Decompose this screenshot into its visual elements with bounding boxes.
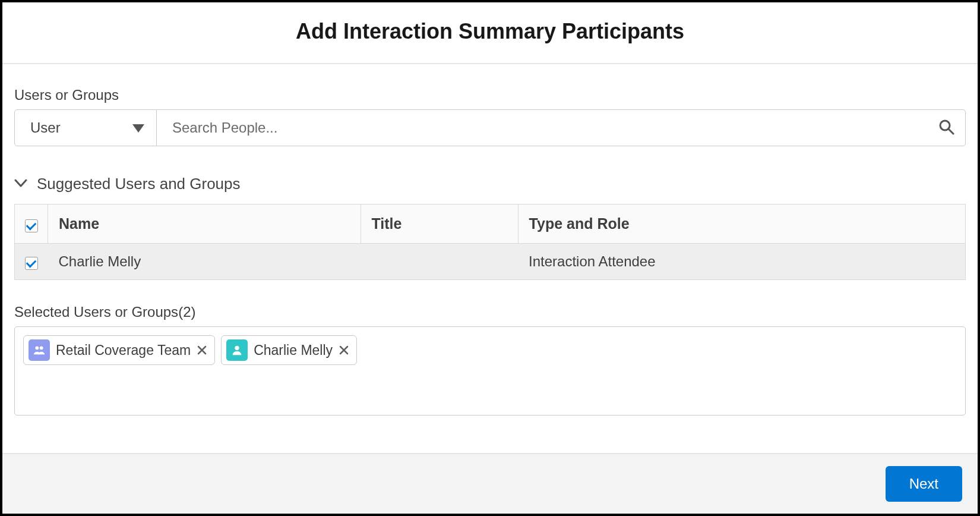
svg-point-4 <box>40 346 43 350</box>
row-type-role: Interaction Attendee <box>518 244 965 280</box>
users-or-groups-label: Users or Groups <box>14 87 966 103</box>
suggested-section-header: Suggested Users and Groups <box>14 175 966 193</box>
svg-point-3 <box>35 346 39 350</box>
search-icon <box>938 118 954 137</box>
modal-body: Users or Groups User Suggested Users and… <box>2 64 978 453</box>
selected-count: 2 <box>183 304 191 320</box>
modal-footer: Next <box>2 453 978 514</box>
col-name: Name <box>48 204 361 244</box>
select-all-header <box>15 204 48 244</box>
pill-label: Retail Coverage Team <box>56 342 191 358</box>
next-button[interactable]: Next <box>886 466 962 502</box>
selected-pill-container[interactable]: Retail Coverage Team Charlie Melly <box>14 326 966 416</box>
row-title <box>361 244 518 280</box>
svg-line-2 <box>949 129 953 134</box>
remove-pill-button[interactable] <box>339 345 349 355</box>
col-type-role: Type and Role <box>518 204 965 244</box>
suggested-section-title: Suggested Users and Groups <box>37 175 241 193</box>
selected-pill-user: Charlie Melly <box>221 335 357 365</box>
chevron-down-icon <box>132 119 144 136</box>
row-checkbox[interactable] <box>25 257 38 270</box>
selected-pill-group: Retail Coverage Team <box>23 335 215 365</box>
entity-type-value: User <box>30 119 61 136</box>
svg-marker-0 <box>132 124 144 133</box>
table-row[interactable]: Charlie Melly Interaction Attendee <box>15 244 966 280</box>
remove-pill-button[interactable] <box>197 345 207 355</box>
modal-header: Add Interaction Summary Participants <box>2 2 978 64</box>
col-title: Title <box>361 204 518 244</box>
collapse-icon[interactable] <box>14 179 27 190</box>
svg-point-7 <box>235 346 239 350</box>
page-title: Add Interaction Summary Participants <box>2 19 978 44</box>
search-input[interactable] <box>172 119 938 136</box>
entity-type-select[interactable]: User <box>14 109 157 146</box>
selected-label: Selected Users or Groups(2) <box>14 304 966 320</box>
group-icon <box>29 339 50 361</box>
pill-label: Charlie Melly <box>254 342 333 358</box>
search-row: User <box>14 109 966 146</box>
row-name: Charlie Melly <box>48 244 361 280</box>
selected-label-text: Selected Users or Groups <box>14 304 178 320</box>
search-input-wrap[interactable] <box>157 109 966 146</box>
suggested-table: Name Title Type and Role Charlie Melly I… <box>14 204 966 280</box>
user-icon <box>226 339 248 361</box>
select-all-checkbox[interactable] <box>25 219 38 232</box>
